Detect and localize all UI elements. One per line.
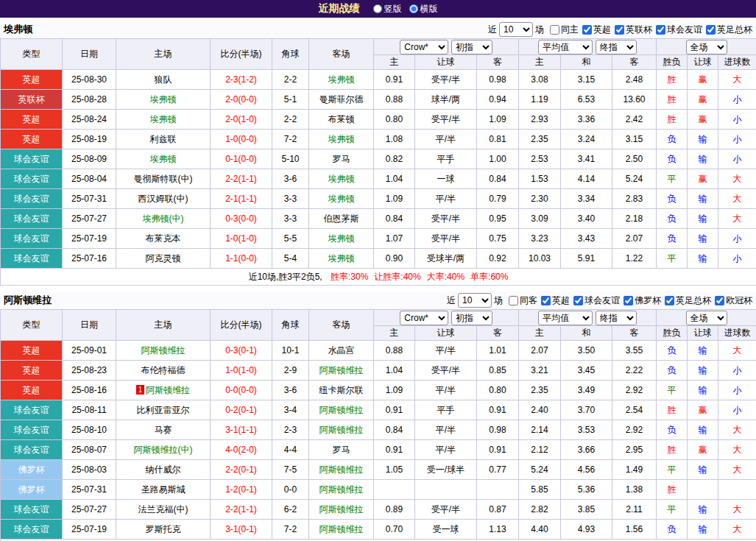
away-team-cell[interactable]: 阿斯顿维拉 [309,361,374,381]
euro-index-select[interactable]: 终指 [596,311,637,325]
away-team-cell[interactable]: 埃弗顿 [309,169,374,189]
home-team-cell[interactable]: 纳什威尔 [116,460,211,480]
home-team-name: 圣路易斯城 [141,484,186,495]
horizontal-radio-input[interactable] [409,4,418,13]
away-team-cell[interactable]: 埃弗顿 [309,189,374,209]
competition-filter[interactable]: 佛罗杯 [623,294,661,307]
filter-checkbox[interactable] [615,25,624,35]
euro-average-select[interactable]: 平均值 [538,40,593,54]
asia-index-select[interactable]: 初指 [451,311,492,325]
competition-filter[interactable]: 英联杯 [615,24,652,36]
score[interactable]: 3-1(1-1) [211,420,272,440]
home-team-cell[interactable]: 埃弗顿 [116,90,211,110]
filter-checkbox[interactable] [656,25,665,35]
competition-filter[interactable]: 同主 [550,24,579,36]
competition-filter[interactable]: 英足总杯 [665,294,711,307]
layout-option-vertical[interactable]: 竖版 [373,3,402,15]
filter-checkbox[interactable] [509,296,518,305]
score[interactable]: 0-0(0-0) [211,381,272,400]
score[interactable]: 0-1(0-0) [211,149,272,169]
home-team-cell[interactable]: 阿克灵顿 [116,249,211,269]
away-team-cell[interactable]: 罗马 [309,149,374,169]
score[interactable]: 1-0(0-0) [211,130,272,149]
company-select[interactable]: Crow* [400,40,448,54]
away-team-cell[interactable]: 埃弗顿 [309,130,374,149]
euro-average-select[interactable]: 平均值 [538,311,593,325]
scope-select[interactable]: 全场 [686,311,727,325]
score[interactable]: 2-2(1-1) [211,169,272,189]
competition-filter[interactable]: 英超 [541,294,570,307]
home-team-cell[interactable]: 西汉姆联(中) [116,189,211,209]
home-team-cell[interactable]: 1阿斯顿维拉 [116,381,211,400]
home-team-cell[interactable]: 阿斯顿维拉(中) [116,440,211,460]
home-team-cell[interactable]: 阿斯顿维拉 [116,341,211,361]
home-team-cell[interactable]: 狼队 [116,70,211,90]
filter-checkbox[interactable] [623,296,633,305]
filter-checkbox[interactable] [715,296,724,305]
away-team-cell[interactable]: 曼斯菲尔德 [309,90,374,110]
away-team-cell[interactable]: 阿斯顿维拉 [309,520,374,540]
competition-filter[interactable]: 欧冠杯 [715,294,752,307]
score[interactable]: 2-0(0-0) [211,90,272,110]
away-team-cell[interactable]: 阿斯顿维拉 [309,500,374,520]
recent-count-select[interactable]: 10 [499,22,533,37]
score[interactable]: 0-2(0-1) [211,400,272,420]
asia-index-select[interactable]: 初指 [451,40,492,54]
filter-checkbox[interactable] [665,296,674,305]
layout-option-horizontal[interactable]: 横版 [409,3,438,15]
away-team-cell[interactable]: 阿斯顿维拉 [309,460,374,480]
competition-filter[interactable]: 同客 [509,294,537,307]
home-team-cell[interactable]: 利兹联 [116,130,211,149]
home-team-cell[interactable]: 布莱克本 [116,229,211,249]
competition-filter[interactable]: 英足总杯 [706,24,752,36]
filter-checkbox[interactable] [706,25,716,35]
score[interactable]: 1-2(0-1) [211,480,272,500]
away-team-cell[interactable]: 埃弗顿 [309,229,374,249]
away-team-cell[interactable]: 水晶宫 [309,341,374,361]
score[interactable]: 2-3(1-2) [211,70,272,90]
score[interactable]: 0-3(0-1) [211,341,272,361]
away-team-cell[interactable]: 纽卡斯尔联 [309,381,374,400]
score[interactable]: 2-2(0-1) [211,460,272,480]
filter-checkbox[interactable] [573,296,583,305]
euro-index-select[interactable]: 终指 [596,40,637,54]
filter-checkbox[interactable] [550,25,559,35]
home-team-cell[interactable]: 圣路易斯城 [116,480,211,500]
vertical-radio-input[interactable] [373,4,382,13]
home-team-cell[interactable]: 比利亚雷亚尔 [116,400,211,420]
recent-count-select[interactable]: 10 [458,293,492,308]
away-team-cell[interactable]: 布莱顿 [309,110,374,130]
filter-checkbox[interactable] [541,296,551,305]
home-team-cell[interactable]: 曼彻斯特联(中) [116,169,211,189]
company-select[interactable]: Crow* [400,311,448,325]
score[interactable]: 1-0(1-0) [211,361,272,381]
away-team-cell[interactable]: 阿斯顿维拉 [309,420,374,440]
score[interactable]: 3-1(0-1) [211,520,272,540]
away-team-cell[interactable]: 埃弗顿 [309,249,374,269]
home-team-cell[interactable]: 埃弗顿 [116,149,211,169]
competition-filter[interactable]: 英超 [582,24,611,36]
score[interactable]: 1-1(0-0) [211,249,272,269]
score[interactable]: 2-1(1-1) [211,189,272,209]
score[interactable]: 2-0(1-0) [211,110,272,130]
home-team-cell[interactable]: 罗斯托克 [116,520,211,540]
home-team-cell[interactable]: 埃弗顿(中) [116,209,211,229]
score[interactable]: 0-3(0-0) [211,209,272,229]
score[interactable]: 1-0(1-0) [211,229,272,249]
home-team-cell[interactable]: 布伦特福德 [116,361,211,381]
home-team-cell[interactable]: 埃弗顿 [116,110,211,130]
scope-select[interactable]: 全场 [686,40,727,54]
away-team-cell[interactable]: 伯恩茅斯 [309,209,374,229]
competition-filter[interactable]: 球会友谊 [573,294,620,307]
away-team-cell[interactable]: 阿斯顿维拉 [309,400,374,420]
competition-filter[interactable]: 球会友谊 [656,24,702,36]
filter-checkbox[interactable] [582,25,592,35]
filter-label: 同主 [561,24,579,36]
home-team-cell[interactable]: 马赛 [116,420,211,440]
score[interactable]: 2-2(1-1) [211,500,272,520]
away-team-cell[interactable]: 埃弗顿 [309,70,374,90]
away-team-cell[interactable]: 罗马 [309,440,374,460]
away-team-cell[interactable]: 阿斯顿维拉 [309,480,374,500]
home-team-cell[interactable]: 法兰克福(中) [116,500,211,520]
score[interactable]: 4-0(2-0) [211,440,272,460]
